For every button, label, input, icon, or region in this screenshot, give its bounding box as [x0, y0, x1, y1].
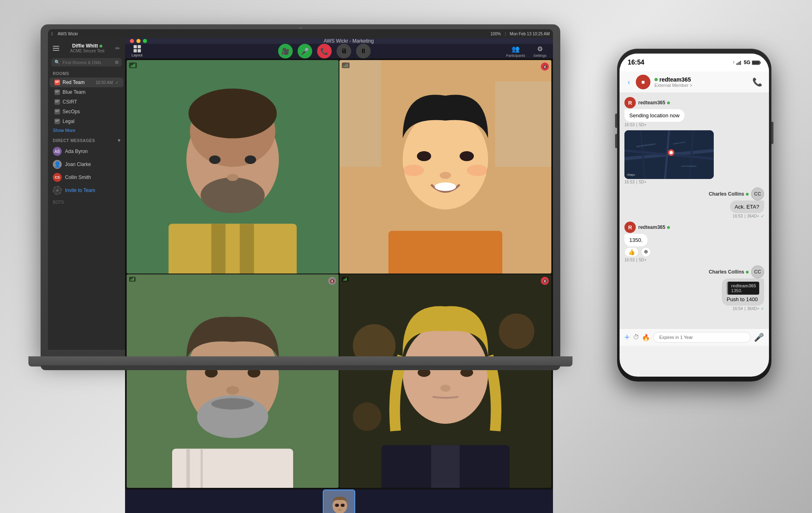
power-button[interactable] [771, 122, 773, 144]
microphone-toggle-button[interactable]: 🎤 [298, 44, 312, 58]
show-more-button[interactable]: Show More [48, 126, 125, 134]
timer-icon[interactable]: ⏱ [633, 334, 639, 341]
participant-video-1 [127, 60, 339, 274]
sidebar: Diffie Whitt ACME Secure Test ✏ 🔍 ⊞ ROOM… [48, 38, 125, 350]
settings-label: Settings [533, 54, 546, 58]
call-button[interactable]: 📞 [752, 77, 762, 87]
sidebar-user-info: Diffie Whitt ACME Secure Test [59, 43, 115, 53]
sidebar-header: Diffie Whitt ACME Secure Test ✏ [48, 38, 125, 56]
svg-rect-38 [431, 445, 460, 488]
video-cell-2: 🔇 [339, 60, 551, 274]
svg-rect-9 [211, 224, 225, 274]
svg-point-5 [209, 155, 220, 164]
signal-bar [345, 278, 346, 281]
cc-avatar-5: CC [751, 265, 764, 278]
search-input[interactable] [63, 60, 112, 65]
filter-icon[interactable]: ⊞ [115, 60, 119, 65]
participants-button[interactable]: 👥 Participants [506, 45, 525, 58]
dm-item-collin-smith[interactable]: CS Collin Smith [48, 171, 125, 184]
msg-sender-row-3: Charles Collins CC [709, 188, 764, 200]
invite-to-team-item[interactable]: + Invite to Team [48, 184, 125, 197]
apple-icon:  [51, 31, 53, 36]
sender-name-3: Charles Collins [709, 191, 749, 197]
macos-bar-left:  AWS Wickr [51, 31, 78, 36]
microphone-button[interactable]: 🎤 [754, 332, 764, 342]
sidebar-item-secops[interactable]: SecOps [50, 107, 123, 116]
quote-text: 1350. [731, 288, 756, 293]
signal-bar [346, 278, 347, 281]
traffic-light-yellow[interactable] [136, 39, 140, 43]
svg-point-3 [188, 88, 276, 138]
traffic-light-green[interactable] [143, 39, 147, 43]
svg-point-33 [403, 324, 488, 424]
sidebar-search-bar[interactable]: 🔍 ⊞ [51, 58, 122, 67]
back-button[interactable]: ‹ [626, 76, 632, 88]
add-attachment-button[interactable]: + [624, 332, 630, 343]
settings-button[interactable]: ⚙ Settings [533, 45, 546, 58]
volume-up-button[interactable] [615, 114, 617, 128]
volume-down-button[interactable] [615, 134, 617, 148]
add-reaction[interactable]: ⊕ [641, 247, 651, 257]
svg-rect-21 [495, 82, 551, 167]
pause-button[interactable]: ⏸ [356, 44, 371, 58]
sidebar-item-legal[interactable]: Legal [50, 116, 123, 126]
hamburger-menu-icon[interactable] [53, 46, 59, 51]
dm-item-joan-clarke[interactable]: 👤 Joan Clarke [48, 158, 125, 171]
screen-share-button[interactable]: 🖥 [337, 44, 351, 58]
video-call-title: AWS Wickr - Marketing [149, 38, 548, 44]
message-2-map: ENKOPINGSVAGEN NORRA RITORP ENKOPINGSVAG… [624, 130, 764, 184]
flame-icon[interactable]: 🔥 [642, 334, 650, 341]
msg-timer-val-1: 5D+ [639, 123, 647, 127]
video-call-window: AWS Wickr - Marketing Layout 🎥 [125, 38, 553, 350]
msg-text-1: Sending location now [624, 109, 685, 122]
video-titlebar: AWS Wickr - Marketing [125, 38, 553, 44]
bots-section-label: BOTS [48, 197, 125, 206]
signal-bar [343, 279, 344, 281]
phone-messages-area: R redteam365 Sending location now 16:53 … [620, 93, 769, 328]
dm-collapse-icon[interactable]: ▾ [118, 138, 121, 143]
self-video-thumbnail [323, 489, 355, 513]
signal-bars-2 [343, 63, 348, 67]
svg-point-45 [341, 504, 345, 507]
svg-point-12 [403, 110, 488, 209]
layout-icon [134, 45, 141, 52]
participant-video-2 [339, 60, 551, 274]
message-5: Charles Collins CC redteam365 1350. Push… [624, 265, 764, 311]
svg-point-65 [669, 151, 673, 154]
camera-toggle-button[interactable]: 🎥 [278, 44, 293, 58]
sidebar-item-blue-team[interactable]: Blue Team [50, 87, 123, 97]
participants-icon: 👥 [512, 45, 520, 53]
sender-online-dot-5 [746, 271, 749, 274]
msg-check-3: ✓ [761, 214, 764, 218]
edit-icon[interactable]: ✏ [115, 45, 120, 52]
end-call-button[interactable]: 📞 [317, 44, 332, 58]
svg-rect-54 [752, 61, 759, 64]
message-input-field[interactable]: Expires in 1 Year [653, 332, 751, 343]
layout-button[interactable]: Layout [132, 45, 143, 57]
msg-timer-5: 364D+ [747, 306, 759, 311]
msg-timer-2: 5D+ [639, 180, 647, 184]
svg-rect-10 [240, 224, 254, 274]
signal-bar [343, 66, 344, 67]
avatar-ada-byron: AB [53, 147, 62, 156]
room-icon-legal [54, 119, 60, 124]
thumbsup-reaction[interactable]: 👍 [624, 247, 639, 257]
call-controls: 🎥 🎤 📞 🖥 ⏸ [143, 44, 506, 58]
dm-item-ada-byron[interactable]: AB Ada Byron [48, 145, 125, 158]
battery-indicator: 100% [490, 32, 501, 36]
laptop-base-bottom [41, 365, 560, 370]
signal-bar [131, 279, 132, 281]
signal-bar [132, 65, 133, 67]
svg-point-44 [335, 504, 339, 507]
dm-name-collin-smith: Collin Smith [65, 175, 91, 180]
sidebar-item-csirt[interactable]: CSIRT [50, 97, 123, 107]
phone-contact-info: redteam365 External Member > [654, 76, 748, 88]
room-time-red-team: 10:50 AM [96, 80, 113, 85]
macos-bar-right: 100% ⋮ Mon Feb 13 10:25 AM [490, 32, 550, 36]
svg-point-25 [211, 398, 254, 410]
signal-indicator-3 [129, 277, 136, 282]
sidebar-item-red-team[interactable]: Red Team 10:50 AM ✓ [50, 78, 123, 87]
sender-online-dot-4 [667, 226, 670, 229]
traffic-light-red[interactable] [130, 39, 134, 43]
map-bubble[interactable]: ENKOPINGSVAGEN NORRA RITORP ENKOPINGSVAG… [624, 130, 714, 179]
